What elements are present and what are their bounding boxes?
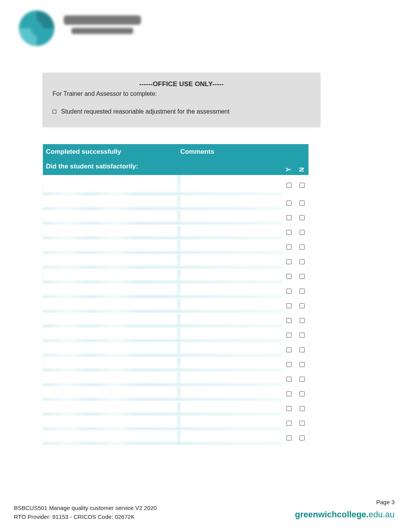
table-row xyxy=(43,284,308,299)
checkbox-y[interactable] xyxy=(286,377,291,382)
checkbox-n[interactable] xyxy=(300,201,305,206)
checkbox-y[interactable] xyxy=(286,421,291,426)
checkbox-y[interactable] xyxy=(286,230,291,235)
checkbox-n[interactable] xyxy=(300,362,305,367)
table-row xyxy=(43,225,308,240)
col-header-n: N xyxy=(299,167,305,172)
table-row xyxy=(43,175,308,196)
checkbox-n[interactable] xyxy=(300,333,305,338)
checkbox-y[interactable] xyxy=(286,435,291,440)
table-header-row-1: Completed successfully Comments xyxy=(43,144,308,163)
checkbox-y[interactable] xyxy=(286,391,291,396)
page: ------OFFICE USE ONLY----- For Trainer a… xyxy=(0,0,410,532)
table-row xyxy=(43,269,308,284)
office-use-subtitle: For Trainer and Assessor to complete: xyxy=(53,90,310,97)
checkbox-n[interactable] xyxy=(300,347,305,352)
table-row xyxy=(43,313,308,328)
table-row xyxy=(43,401,308,416)
checkbox-y[interactable] xyxy=(286,333,291,338)
checkbox-n[interactable] xyxy=(300,421,305,426)
checkbox-n[interactable] xyxy=(300,318,305,323)
svg-rect-2 xyxy=(71,28,133,34)
checkbox-y[interactable] xyxy=(286,289,291,294)
table-body xyxy=(43,175,308,445)
table-row xyxy=(43,328,308,343)
table-row xyxy=(43,372,308,387)
table-row xyxy=(43,240,308,255)
checkbox-y[interactable] xyxy=(286,183,291,188)
assessment-table: Completed successfully Comments Did the … xyxy=(42,144,309,445)
checkbox-n[interactable] xyxy=(300,230,305,235)
footer-right: Page 3 greenwichcollege.edu.au xyxy=(295,498,395,521)
checkbox-n[interactable] xyxy=(300,289,305,294)
reasonable-adjustment-label: Student requested reasonable adjustment … xyxy=(61,108,230,115)
checkbox-n[interactable] xyxy=(300,245,305,250)
checkbox-n[interactable] xyxy=(300,259,305,264)
page-number: Page 3 xyxy=(295,498,395,507)
table-row xyxy=(43,387,308,401)
svg-rect-1 xyxy=(64,15,141,25)
checkbox-n[interactable] xyxy=(300,377,305,382)
col-header-question: Did the student satisfactorily: xyxy=(43,163,177,175)
table-row xyxy=(43,211,308,225)
reasonable-adjustment-row: Student requested reasonable adjustment … xyxy=(53,108,310,115)
checkbox-n[interactable] xyxy=(300,274,305,279)
checkbox-y[interactable] xyxy=(286,259,291,264)
checkbox-n[interactable] xyxy=(300,303,305,308)
checkbox-y[interactable] xyxy=(286,347,291,352)
table-row xyxy=(43,416,308,431)
table-header-row-2: Did the student satisfactorily: Y N xyxy=(43,163,308,175)
checkbox-n[interactable] xyxy=(300,391,305,396)
checkbox-y[interactable] xyxy=(286,318,291,323)
checkbox-n[interactable] xyxy=(300,435,305,440)
reasonable-adjustment-checkbox[interactable] xyxy=(53,110,56,114)
checkbox-y[interactable] xyxy=(286,245,291,250)
table-row xyxy=(43,196,308,211)
footer-url-bold: greenwichcollege. xyxy=(295,510,369,519)
checkbox-y[interactable] xyxy=(286,274,291,279)
office-use-title: ------OFFICE USE ONLY----- xyxy=(53,80,310,88)
col-header-y: Y xyxy=(286,168,292,172)
college-logo xyxy=(15,7,147,49)
footer-unit-line: BSBCUS501 Manage quality customer servic… xyxy=(14,504,157,513)
checkbox-y[interactable] xyxy=(286,201,291,206)
table-row xyxy=(43,299,308,313)
checkbox-y[interactable] xyxy=(286,362,291,367)
office-use-box: ------OFFICE USE ONLY----- For Trainer a… xyxy=(42,73,320,127)
footer-url-rest: edu.au xyxy=(369,510,395,519)
checkbox-y[interactable] xyxy=(286,303,291,308)
footer-url: greenwichcollege.edu.au xyxy=(295,508,395,521)
footer: BSBCUS501 Manage quality customer servic… xyxy=(14,498,395,521)
footer-left: BSBCUS501 Manage quality customer servic… xyxy=(14,504,157,521)
col-header-completed: Completed successfully xyxy=(43,144,177,163)
col-header-comments: Comments xyxy=(177,144,282,163)
table-row xyxy=(43,357,308,372)
checkbox-y[interactable] xyxy=(286,406,291,411)
table-row xyxy=(43,255,308,269)
checkbox-y[interactable] xyxy=(286,215,291,220)
header-logo xyxy=(15,7,395,49)
table-row xyxy=(43,431,308,445)
footer-rto-line: RTO Provider: 91153 - CRICOS Code: 02672… xyxy=(14,513,157,522)
checkbox-n[interactable] xyxy=(300,215,305,220)
table-row xyxy=(43,343,308,357)
checkbox-n[interactable] xyxy=(300,183,305,188)
checkbox-n[interactable] xyxy=(300,406,305,411)
